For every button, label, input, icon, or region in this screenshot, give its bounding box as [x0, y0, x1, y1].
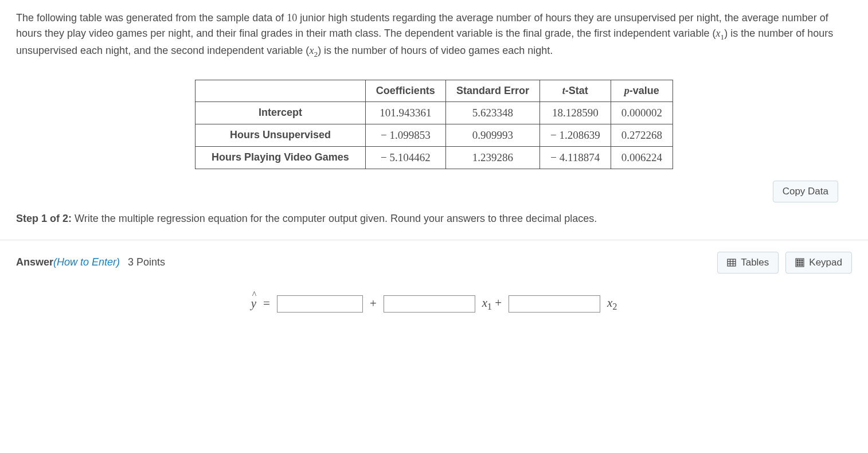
sample-size: 10: [287, 12, 297, 24]
header-pvalue: p-value: [611, 80, 672, 101]
intercept-input[interactable]: [277, 295, 363, 313]
copy-data-label: Copy Data: [783, 186, 828, 197]
table-row: Hours Unsupervised − 1.099853 0.909993 −…: [196, 124, 673, 146]
x2-term: x2: [607, 296, 617, 312]
table-row: Hours Playing Video Games − 5.104462 1.2…: [196, 146, 673, 169]
row-label-hours-video-games: Hours Playing Video Games: [196, 146, 366, 169]
keypad-label: Keypad: [809, 257, 842, 268]
cell-pvalue: 0.272268: [611, 124, 672, 146]
svg-rect-13: [799, 264, 800, 265]
svg-rect-9: [797, 262, 798, 263]
cell-pvalue: 0.000002: [611, 101, 672, 124]
cell-coeff: − 5.104462: [365, 146, 445, 169]
cell-tstat: 18.128590: [539, 101, 611, 124]
svg-rect-10: [799, 262, 800, 263]
table-header-row: Coefficients Standard Error t-Stat p-val…: [196, 80, 673, 101]
tables-label: Tables: [741, 257, 769, 268]
problem-statement: The following table was generated from t…: [16, 10, 852, 60]
regression-table: Coefficients Standard Error t-Stat p-val…: [195, 80, 673, 169]
cell-tstat: − 1.208639: [539, 124, 611, 146]
svg-rect-12: [797, 264, 798, 265]
cell-se: 1.239286: [445, 146, 539, 169]
plus-sign-1: +: [370, 296, 377, 311]
svg-rect-14: [801, 264, 803, 265]
header-standard-error: Standard Error: [445, 80, 539, 101]
row-label-intercept: Intercept: [196, 101, 366, 124]
equals-sign: =: [263, 296, 270, 311]
table-row: Intercept 101.943361 5.623348 18.128590 …: [196, 101, 673, 124]
keypad-icon: [795, 258, 804, 267]
cell-coeff: 101.943361: [365, 101, 445, 124]
cell-coeff: − 1.099853: [365, 124, 445, 146]
svg-rect-7: [799, 260, 800, 261]
cell-pvalue: 0.006224: [611, 146, 672, 169]
row-label-hours-unsupervised: Hours Unsupervised: [196, 124, 366, 146]
cell-se: 5.623348: [445, 101, 539, 124]
header-tstat: t-Stat: [539, 80, 611, 101]
x1-term: x1 +: [482, 296, 502, 312]
svg-rect-8: [801, 260, 803, 261]
keypad-button[interactable]: Keypad: [785, 252, 852, 274]
coef-x1-input[interactable]: [384, 295, 475, 313]
cell-tstat: − 4.118874: [539, 146, 611, 169]
y-hat-symbol: y: [251, 296, 256, 311]
step-instruction: Step 1 of 2: Write the multiple regressi…: [16, 213, 852, 225]
step-label: Step 1 of 2:: [16, 213, 72, 224]
header-blank: [196, 80, 366, 101]
how-to-enter-link[interactable]: (How to Enter): [53, 256, 120, 268]
coef-x2-input[interactable]: [509, 295, 600, 313]
svg-rect-6: [797, 260, 798, 261]
problem-text-d: ) is the number of hours of video games …: [318, 45, 553, 56]
tables-button[interactable]: Tables: [717, 252, 779, 274]
svg-rect-0: [728, 259, 736, 266]
svg-rect-11: [801, 262, 803, 263]
table-icon: [727, 258, 736, 267]
points-label: 3 Points: [128, 256, 165, 268]
regression-equation: y = + x1 + x2: [16, 295, 852, 313]
cell-se: 0.909993: [445, 124, 539, 146]
header-coefficients: Coefficients: [365, 80, 445, 101]
step-text: Write the multiple regression equation f…: [72, 213, 597, 224]
answer-label: Answer(How to Enter): [16, 256, 120, 268]
problem-text-a: The following table was generated from t…: [16, 12, 287, 24]
divider: [0, 240, 868, 240]
copy-data-button[interactable]: Copy Data: [773, 181, 838, 202]
